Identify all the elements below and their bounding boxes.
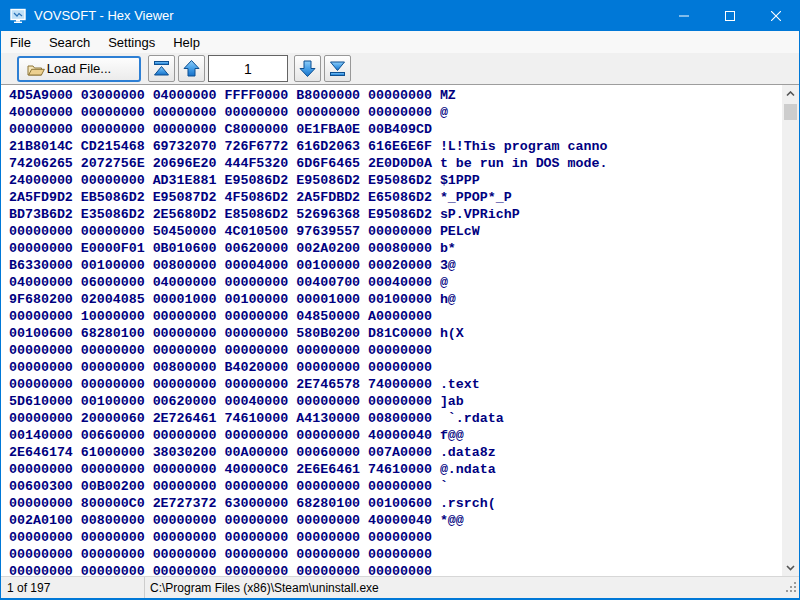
hex-row: 00000000 00000000 00000000 00000000 0000…: [9, 529, 782, 546]
menu-file[interactable]: File: [1, 31, 40, 53]
open-folder-icon: [27, 63, 45, 80]
go-down-button[interactable]: [294, 55, 321, 82]
hex-row: 04000000 06000000 04000000 00000000 0040…: [9, 274, 782, 291]
status-bar: 1 of 197 C:\Program Files (x86)\Steam\un…: [1, 576, 799, 598]
hex-row: 4D5A9000 03000000 04000000 FFFF0000 B800…: [9, 87, 782, 104]
maximize-icon: [725, 11, 735, 21]
hex-row: 00000000 00000000 50450000 4C010500 9763…: [9, 223, 782, 240]
hex-row: 00000000 00000000 00000000 400000C0 2E6E…: [9, 461, 782, 478]
go-down-icon: [298, 59, 317, 78]
hex-view-panel: 4D5A9000 03000000 04000000 FFFF0000 B800…: [1, 84, 799, 576]
menu-bar: File Search Settings Help: [1, 31, 799, 53]
window-title: VOVSOFT - Hex Viewer: [34, 8, 174, 23]
hex-row: 40000000 00000000 00000000 00000000 0000…: [9, 104, 782, 121]
hex-row: 00000000 00000000 00000000 00000000 0000…: [9, 563, 782, 576]
load-file-button[interactable]: Load File...: [17, 56, 141, 82]
page-number-input[interactable]: [208, 55, 288, 82]
hex-row: 00000000 00000000 00800000 B4020000 0000…: [9, 359, 782, 376]
close-button[interactable]: [753, 0, 799, 31]
hex-row: 2E646174 61000000 38030200 00A00000 0006…: [9, 444, 782, 461]
menu-help[interactable]: Help: [164, 31, 209, 53]
file-path-status: C:\Program Files (x86)\Steam\uninstall.e…: [145, 581, 379, 595]
title-bar: VOVSOFT - Hex Viewer: [1, 0, 799, 31]
hex-row: 5D610000 00100000 00620000 00040000 0000…: [9, 393, 782, 410]
go-to-bottom-button[interactable]: [324, 55, 351, 82]
menu-settings[interactable]: Settings: [99, 31, 164, 53]
resize-grip[interactable]: [784, 580, 797, 596]
hex-row: 00000000 00000000 00000000 00000000 0000…: [9, 546, 782, 563]
hex-row: 00000000 00000000 00000000 00000000 0000…: [9, 342, 782, 359]
vertical-scrollbar[interactable]: [782, 85, 799, 576]
hex-row: 00000000 20000060 2E726461 74610000 A413…: [9, 410, 782, 427]
go-to-top-button[interactable]: [148, 55, 175, 82]
hex-row: BD73B6D2 E35086D2 2E5680D2 E85086D2 5269…: [9, 206, 782, 223]
hex-row: 00000000 E0000F01 0B010600 00620000 002A…: [9, 240, 782, 257]
hex-row: 00600300 00B00200 00000000 00000000 0000…: [9, 478, 782, 495]
hex-row: 74206265 2072756E 20696E20 444F5320 6D6F…: [9, 155, 782, 172]
minimize-button[interactable]: [661, 0, 707, 31]
chevron-down-icon: [786, 565, 795, 571]
scrollbar-down-button[interactable]: [782, 559, 799, 576]
app-window: VOVSOFT - Hex Viewer File Search Setting…: [0, 0, 800, 600]
go-to-top-icon: [152, 59, 171, 78]
go-up-button[interactable]: [178, 55, 205, 82]
hex-row: 21B8014C CD215468 69732070 726F6772 616D…: [9, 138, 782, 155]
chevron-up-icon: [786, 91, 795, 97]
resize-grip-icon: [784, 580, 797, 593]
hex-row: 00100600 68280100 00000000 00000000 580B…: [9, 325, 782, 342]
hex-row: 00000000 10000000 00000000 00000000 0485…: [9, 308, 782, 325]
go-to-bottom-icon: [328, 59, 347, 78]
minimize-icon: [679, 11, 689, 21]
close-icon: [771, 11, 781, 21]
hex-row: 00000000 00000000 00000000 C8000000 0E1F…: [9, 121, 782, 138]
scrollbar-up-button[interactable]: [782, 85, 799, 102]
hex-row: 002A0100 00800000 00000000 00000000 0000…: [9, 512, 782, 529]
app-monitor-icon: [10, 8, 26, 24]
hex-row: 24000000 00000000 AD31E881 E95086D2 E950…: [9, 172, 782, 189]
page-position-status: 1 of 197: [1, 581, 144, 595]
hex-row: 00140000 00660000 00000000 00000000 0000…: [9, 427, 782, 444]
go-up-icon: [182, 59, 201, 78]
maximize-button[interactable]: [707, 0, 753, 31]
load-file-label: Load File...: [47, 61, 111, 76]
window-controls: [661, 0, 799, 31]
hex-row: 00000000 00000000 00000000 00000000 2E74…: [9, 376, 782, 393]
hex-row: 2A5FD9D2 EB5086D2 E95087D2 4F5086D2 2A5F…: [9, 189, 782, 206]
menu-search[interactable]: Search: [40, 31, 99, 53]
scrollbar-thumb[interactable]: [784, 104, 797, 120]
hex-dump-content: 4D5A9000 03000000 04000000 FFFF0000 B800…: [1, 85, 782, 576]
hex-row: 00000000 800000C0 2E727372 63000000 6828…: [9, 495, 782, 512]
hex-row: 9F680200 02004085 00001000 00100000 0000…: [9, 291, 782, 308]
toolbar: Load File...: [1, 53, 799, 84]
hex-row: B6330000 00100000 00800000 00004000 0010…: [9, 257, 782, 274]
